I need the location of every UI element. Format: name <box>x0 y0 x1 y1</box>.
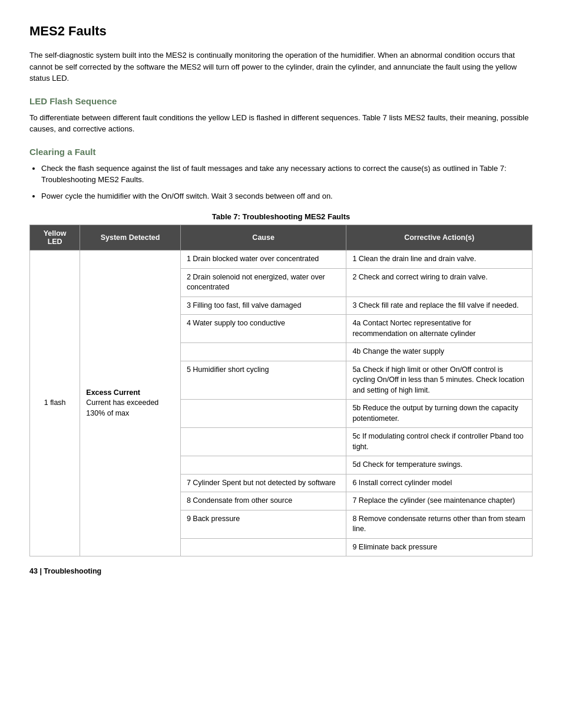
footer-text: 43 | Troubleshooting <box>29 567 533 575</box>
cause-cell: 9 Back pressure <box>180 510 346 538</box>
cause-cell <box>180 400 346 428</box>
cause-cell: 8 Condensate from other source <box>180 492 346 510</box>
cause-cell <box>180 456 346 475</box>
action-cell: 4a Contact Nortec representative for rec… <box>346 315 533 343</box>
bullet-item-2: Power cycle the humidifier with the On/O… <box>41 190 533 202</box>
system-cell: Excess CurrentCurrent has exceeded 130% … <box>80 251 181 556</box>
led-cell: 1 flash <box>30 251 80 556</box>
cause-cell: 4 Water supply too conductive <box>180 315 346 343</box>
col-header-cause: Cause <box>180 225 346 251</box>
action-cell: 4b Change the water supply <box>346 343 533 361</box>
cause-cell: 5 Humidifier short cycling <box>180 361 346 400</box>
cause-cell <box>180 538 346 556</box>
action-cell: 8 Remove condensate returns other than f… <box>346 510 533 538</box>
action-cell: 5a Check if high limit or other On/Off c… <box>346 361 533 400</box>
action-cell: 6 Install correct cylinder model <box>346 474 533 492</box>
action-cell: 1 Clean the drain line and drain valve. <box>346 251 533 269</box>
cause-cell: 3 Filling too fast, fill valve damaged <box>180 297 346 315</box>
clearing-fault-list: Check the flash sequence against the lis… <box>41 163 533 202</box>
intro-paragraph: The self-diagnostic system built into th… <box>29 50 533 84</box>
action-cell: 9 Eliminate back pressure <box>346 538 533 556</box>
action-cell: 5d Check for temperature swings. <box>346 456 533 475</box>
section1-text: To differentiate between different fault… <box>29 112 533 135</box>
bullet-item-1: Check the flash sequence against the lis… <box>41 163 533 186</box>
system-label: Excess Current <box>86 388 140 397</box>
action-cell: 3 Check fill rate and replace the fill v… <box>346 297 533 315</box>
troubleshooting-table: Yellow LED System Detected Cause Correct… <box>29 225 533 556</box>
col-header-led: Yellow LED <box>30 225 80 251</box>
section2-heading: Clearing a Fault <box>29 147 533 157</box>
cause-cell <box>180 343 346 361</box>
action-cell: 5c If modulating control check if contro… <box>346 428 533 456</box>
table-title: Table 7: Troubleshooting MES2 Faults <box>29 212 533 221</box>
cause-cell: 1 Drain blocked water over concentrated <box>180 251 346 269</box>
action-cell: 2 Check and correct wiring to drain valv… <box>346 268 533 297</box>
cause-cell <box>180 428 346 456</box>
action-cell: 7 Replace the cylinder (see maintenance … <box>346 492 533 510</box>
section1-heading: LED Flash Sequence <box>29 96 533 106</box>
page-title: MES2 Faults <box>29 24 533 39</box>
cause-cell: 7 Cylinder Spent but not detected by sof… <box>180 474 346 492</box>
action-cell: 5b Reduce the output by turning down the… <box>346 400 533 428</box>
col-header-system: System Detected <box>80 225 181 251</box>
col-header-action: Corrective Action(s) <box>346 225 533 251</box>
cause-cell: 2 Drain solenoid not energized, water ov… <box>180 268 346 297</box>
